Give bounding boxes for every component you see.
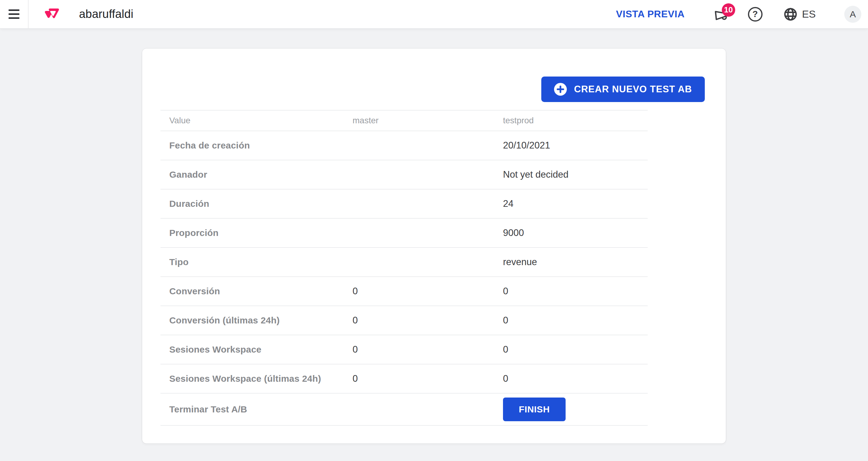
row-master-value: 0: [352, 344, 503, 355]
row-label: Sesiones Workspace: [160, 344, 352, 355]
table-row: Sesiones Workspace00: [160, 335, 648, 364]
plus-circle-icon: [554, 83, 567, 96]
brand: abaruffaldi: [44, 7, 133, 21]
row-master-value: 0: [352, 286, 503, 297]
row-testprod-cell: 0: [503, 286, 648, 297]
ab-test-card: CREAR NUEVO TEST AB Value master testpro…: [142, 48, 726, 443]
table-row: GanadorNot yet decided: [160, 160, 648, 190]
table-row: Conversión (últimas 24h)00: [160, 306, 648, 335]
language-button[interactable]: ES: [783, 7, 816, 22]
menu-button[interactable]: [0, 0, 29, 28]
row-testprod-cell: Not yet decided: [503, 169, 648, 180]
row-label: Terminar Test A/B: [160, 404, 352, 415]
account-name: abaruffaldi: [79, 8, 133, 21]
language-label: ES: [802, 8, 816, 20]
row-testprod-cell: 24: [503, 198, 648, 209]
hamburger-icon: [8, 9, 20, 19]
table-header-row: Value master testprod: [160, 110, 648, 131]
row-label: Duración: [160, 199, 352, 209]
preview-link[interactable]: VISTA PREVIA: [616, 8, 685, 20]
row-testprod-cell: 0: [503, 373, 648, 384]
question-icon: ?: [752, 10, 758, 19]
topbar-actions: VISTA PREVIA 10 ? ES A: [616, 6, 861, 23]
notifications-button[interactable]: 10: [714, 6, 730, 23]
row-label: Ganador: [160, 169, 352, 180]
row-testprod-cell: 9000: [503, 227, 648, 238]
row-label: Sesiones Workspace (últimas 24h): [160, 373, 352, 384]
vtex-logo-icon[interactable]: [44, 7, 60, 21]
column-header-testprod: testprod: [503, 116, 648, 125]
topbar: abaruffaldi VISTA PREVIA 10 ? ES: [0, 0, 868, 29]
create-ab-test-button[interactable]: CREAR NUEVO TEST AB: [541, 76, 705, 102]
notification-badge: 10: [722, 3, 735, 17]
row-testprod-cell: 0: [503, 344, 648, 355]
row-testprod-cell: 0: [503, 315, 648, 326]
row-label: Proporción: [160, 228, 352, 238]
row-label: Conversión (últimas 24h): [160, 315, 352, 326]
table-row: Tiporevenue: [160, 248, 648, 277]
row-testprod-cell: FINISH: [503, 398, 648, 421]
row-testprod-cell: revenue: [503, 257, 648, 268]
row-master-value: 0: [352, 373, 503, 384]
create-ab-test-label: CREAR NUEVO TEST AB: [574, 84, 692, 95]
column-header-master: master: [352, 116, 503, 125]
column-header-value: Value: [160, 116, 352, 125]
avatar[interactable]: A: [844, 6, 861, 23]
row-label: Fecha de creación: [160, 140, 352, 151]
table-row: Duración24: [160, 190, 648, 219]
table-row: Conversión00: [160, 277, 648, 306]
table-row: Sesiones Workspace (últimas 24h)00: [160, 364, 648, 394]
row-label: Tipo: [160, 257, 352, 267]
row-testprod-cell: 20/10/2021: [503, 140, 648, 151]
table-body: Fecha de creación20/10/2021GanadorNot ye…: [160, 131, 648, 426]
finish-test-button[interactable]: FINISH: [503, 398, 566, 421]
ab-test-table: Value master testprod Fecha de creación2…: [160, 110, 648, 426]
table-row: Fecha de creación20/10/2021: [160, 131, 648, 160]
table-row: Terminar Test A/BFINISH: [160, 394, 648, 426]
row-label: Conversión: [160, 286, 352, 296]
help-button[interactable]: ?: [748, 7, 763, 22]
globe-icon: [783, 7, 798, 22]
row-master-value: 0: [352, 315, 503, 326]
table-row: Proporción9000: [160, 219, 648, 248]
avatar-initial: A: [850, 9, 856, 20]
